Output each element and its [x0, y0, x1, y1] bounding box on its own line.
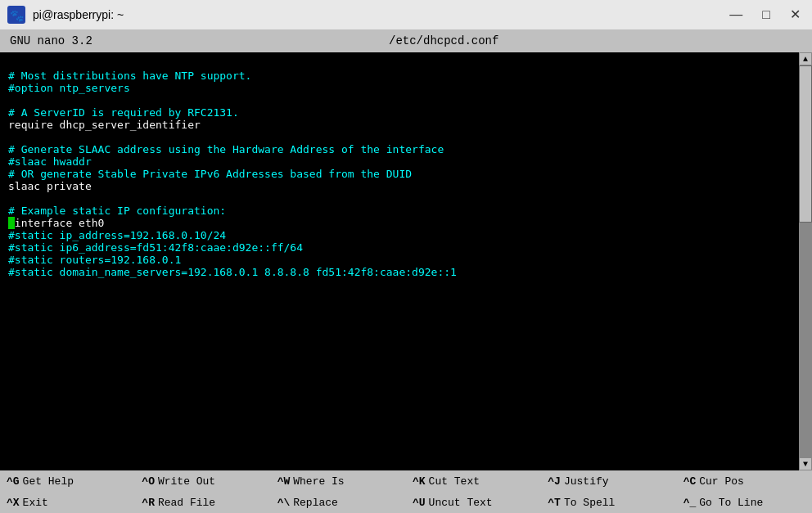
menu-where-is[interactable]: ^W Where Is: [271, 470, 406, 492]
key-exit: ^X: [7, 497, 20, 509]
line-interface: interface eth0: [8, 217, 104, 229]
key-replace: ^\: [277, 497, 291, 509]
scroll-down-arrow[interactable]: ▼: [799, 457, 812, 470]
menu-get-help[interactable]: ^G Get Help: [0, 470, 135, 492]
line-slaac-private: slaac private: [8, 180, 92, 192]
key-justify: ^J: [548, 475, 561, 488]
line-static-ip: #static ip_address=192.168.0.10/24: [8, 229, 226, 241]
label-cut-text: Cut Text: [429, 475, 480, 488]
label-get-help: Get Help: [23, 475, 74, 488]
menu-read-file[interactable]: ^R Read File: [135, 492, 270, 513]
label-exit: Exit: [23, 497, 48, 509]
scrollbar-thumb[interactable]: [799, 65, 812, 223]
scrollbar[interactable]: ▲ ▼: [799, 52, 812, 470]
close-button[interactable]: ✕: [785, 7, 805, 23]
cursor: [8, 217, 15, 229]
key-cut-text: ^K: [413, 475, 426, 488]
menu-to-spell[interactable]: ^T To Spell: [541, 492, 676, 513]
menu-go-to-line[interactable]: ^_ Go To Line: [677, 492, 812, 513]
key-read-file: ^R: [142, 497, 155, 509]
line-slaac-hwaddr: #slaac hwaddr: [8, 155, 92, 168]
line-static-routers: #static routers=192.168.0.1: [8, 254, 181, 266]
line-stable-comment: # OR generate Stable Private IPv6 Addres…: [8, 168, 412, 180]
line-static-dns: #static domain_name_servers=192.168.0.1 …: [8, 266, 457, 278]
terminal-text: # Most distributions have NTP support. #…: [8, 57, 791, 278]
line-ntp-comment: # Most distributions have NTP support.: [8, 70, 251, 82]
label-justify: Justify: [564, 475, 609, 488]
scrollbar-track[interactable]: [799, 65, 812, 457]
menu-uncut-text[interactable]: ^U Uncut Text: [406, 492, 541, 513]
line-static-comment: # Example static IP configuration:: [8, 205, 226, 217]
menu-cut-text[interactable]: ^K Cut Text: [406, 470, 541, 492]
menu-bar: ^G Get Help ^O Write Out ^W Where Is ^K …: [0, 470, 812, 513]
key-go-to-line: ^_: [683, 497, 697, 509]
minimize-button[interactable]: —: [724, 7, 747, 23]
label-uncut-text: Uncut Text: [429, 497, 493, 509]
menu-write-out[interactable]: ^O Write Out: [135, 470, 270, 492]
key-uncut-text: ^U: [413, 497, 426, 509]
title-bar-left: 🐾 pi@raspberrypi: ~: [7, 5, 124, 25]
nano-header: GNU nano 3.2 /etc/dhcpcd.conf: [0, 29, 812, 52]
label-cur-pos: Cur Pos: [699, 475, 744, 488]
label-go-to-line: Go To Line: [699, 497, 763, 509]
key-where-is: ^W: [277, 475, 291, 488]
scroll-up-arrow[interactable]: ▲: [799, 52, 812, 65]
menu-cur-pos[interactable]: ^C Cur Pos: [677, 470, 812, 492]
nano-header-spacer: [796, 34, 802, 47]
terminal-icon: 🐾: [7, 5, 26, 25]
label-replace: Replace: [293, 497, 338, 509]
key-cur-pos: ^C: [683, 475, 697, 488]
key-get-help: ^G: [7, 475, 20, 488]
title-bar: 🐾 pi@raspberrypi: ~ — □ ✕: [0, 0, 812, 29]
key-write-out: ^O: [142, 475, 155, 488]
line-static-ip6: #static ip6_address=fd51:42f8:caae:d92e:…: [8, 241, 303, 254]
label-to-spell: To Spell: [564, 497, 615, 509]
label-write-out: Write Out: [158, 475, 215, 488]
scroll-area: # Most distributions have NTP support. #…: [0, 52, 812, 470]
terminal[interactable]: # Most distributions have NTP support. #…: [0, 52, 799, 470]
key-to-spell: ^T: [548, 497, 561, 509]
nano-app-name: GNU nano 3.2: [10, 34, 92, 47]
line-serverid-comment: # A ServerID is required by RFC2131.: [8, 106, 239, 119]
line-ntp-option: #option ntp_servers: [8, 82, 130, 94]
interface-text: interface eth0: [15, 217, 105, 229]
nano-file-name: /etc/dhcpcd.conf: [389, 34, 498, 47]
line-slaac-comment: # Generate SLAAC address using the Hardw…: [8, 143, 444, 155]
menu-replace[interactable]: ^\ Replace: [271, 492, 406, 513]
svg-text:🐾: 🐾: [10, 9, 25, 23]
line-require: require dhcp_server_identifier: [8, 119, 201, 131]
window-title: pi@raspberrypi: ~: [33, 8, 124, 21]
label-where-is: Where Is: [293, 475, 344, 488]
maximize-button[interactable]: □: [757, 7, 775, 23]
menu-exit[interactable]: ^X Exit: [0, 492, 135, 513]
label-read-file: Read File: [158, 497, 215, 509]
window-controls: — □ ✕: [724, 7, 805, 23]
menu-justify[interactable]: ^J Justify: [541, 470, 676, 492]
